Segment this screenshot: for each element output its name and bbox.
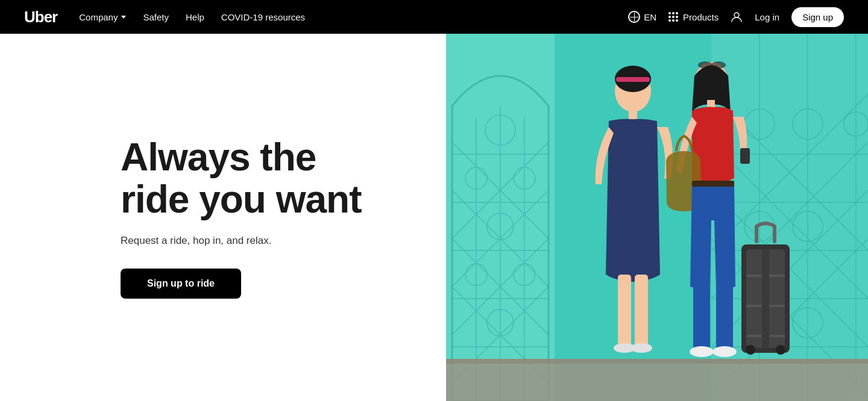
hero-background: [446, 34, 868, 401]
nav-safety-link[interactable]: Safety: [143, 12, 169, 22]
nav-left: Company Safety Help COVID-19 resources: [79, 12, 628, 22]
hero-image-panel: [446, 34, 868, 401]
language-selector[interactable]: EN: [628, 11, 656, 23]
svg-point-69: [712, 346, 737, 357]
main-content: Always the ride you want Request a ride,…: [0, 34, 868, 401]
svg-rect-64: [740, 148, 750, 164]
nav-right: EN Products Log in Sign up: [628, 7, 844, 27]
svg-rect-67: [716, 284, 733, 350]
grid-icon: [668, 12, 678, 22]
svg-point-61: [698, 61, 712, 69]
navbar: Uber Company Safety Help COVID-19 resour…: [0, 0, 868, 34]
sign-up-to-ride-button[interactable]: Sign up to ride: [121, 269, 241, 299]
chevron-down-icon: [121, 16, 126, 19]
svg-point-76: [746, 345, 755, 355]
nav-company-link[interactable]: Company: [79, 12, 126, 22]
svg-point-0: [734, 13, 739, 17]
hero-title: Always the ride you want: [121, 136, 362, 221]
hero-subtitle: Request a ride, hop in, and relax.: [121, 235, 446, 247]
nav-covid-link[interactable]: COVID-19 resources: [221, 12, 305, 22]
signup-button[interactable]: Sign up: [791, 7, 844, 27]
svg-rect-50: [446, 359, 868, 401]
user-icon: [731, 11, 743, 23]
login-link[interactable]: Log in: [755, 12, 779, 22]
gate-pattern: [446, 34, 868, 401]
logo[interactable]: Uber: [24, 8, 57, 26]
svg-rect-65: [692, 181, 734, 187]
svg-rect-75: [762, 249, 769, 348]
svg-point-62: [711, 61, 726, 69]
svg-rect-66: [693, 284, 710, 350]
hero-left-panel: Always the ride you want Request a ride,…: [0, 34, 446, 401]
svg-rect-54: [616, 77, 650, 82]
products-menu[interactable]: Products: [668, 12, 719, 22]
svg-rect-51: [446, 359, 868, 364]
svg-point-59: [631, 343, 652, 353]
svg-rect-57: [635, 275, 648, 347]
nav-help-link[interactable]: Help: [186, 12, 204, 22]
svg-point-68: [690, 346, 714, 357]
globe-icon: [628, 11, 640, 23]
svg-point-77: [776, 345, 785, 355]
svg-rect-56: [618, 275, 631, 347]
